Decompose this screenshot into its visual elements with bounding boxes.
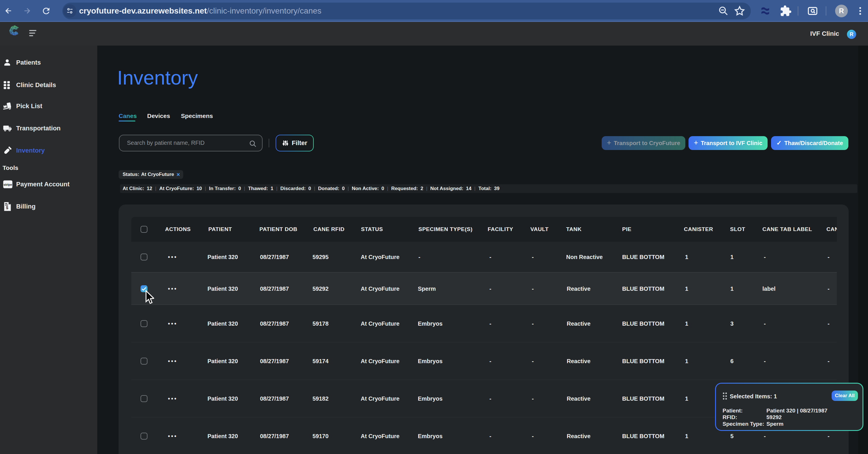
svg-text:$: $ — [6, 205, 8, 210]
svg-text:stripe: stripe — [3, 183, 12, 186]
